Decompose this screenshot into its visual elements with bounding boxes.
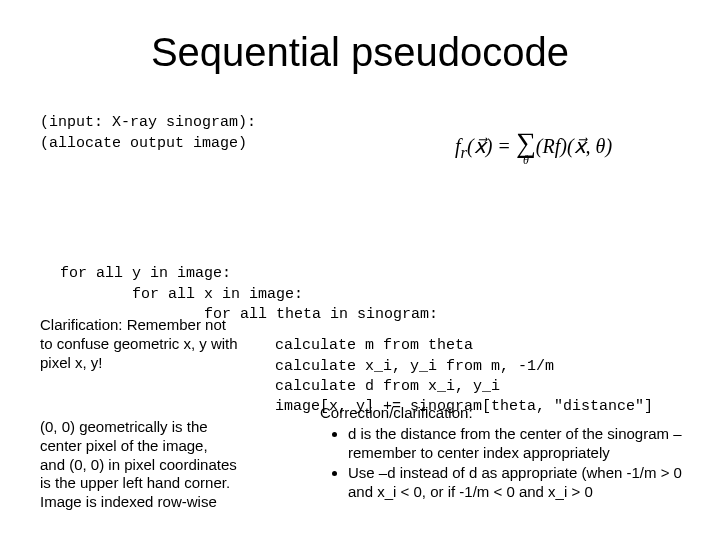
formula-rhs: (Rf)(x⃗, θ) [536, 135, 612, 157]
clar2-line5: Image is indexed row-wise [40, 493, 217, 510]
clar3-bullet-2: Use –d instead of d as appropriate (when… [348, 464, 690, 502]
loop-y: for all y in image: [60, 265, 231, 282]
calc-m: calculate m from theta [275, 337, 473, 354]
clar2-line1: (0, 0) geometrically is the [40, 418, 208, 435]
clar3-list: d is the distance from the center of the… [320, 425, 690, 502]
input-line-1: (input: X-ray sinogram): [40, 114, 256, 131]
clarification-geometric-vs-pixel: Clarification: Remember not to confuse g… [40, 316, 260, 372]
correction-clarification: Correction/clarification: d is the dista… [320, 404, 690, 504]
formula-lhs: fr [455, 135, 467, 157]
loop-x: for all x in image: [60, 286, 303, 303]
sum-icon: ∑θ [516, 130, 536, 166]
clar3-heading: Correction/clarification: [320, 404, 473, 421]
clar1-line2: to confuse geometric x, y with [40, 335, 238, 352]
calc-xi-yi: calculate x_i, y_i from m, -1/m [275, 358, 554, 375]
slide-title: Sequential pseudocode [40, 30, 680, 75]
clar1-line1: Clarification: Remember not [40, 316, 226, 333]
clarification-origin: (0, 0) geometrically is the center pixel… [40, 418, 260, 512]
clar1-line3: pixel x, y! [40, 354, 103, 371]
loop-body: calculate m from theta calculate x_i, y_… [275, 316, 653, 417]
slide: Sequential pseudocode (input: X-ray sino… [0, 0, 720, 540]
calc-d: calculate d from x_i, y_i [275, 378, 500, 395]
clar3-bullet-1: d is the distance from the center of the… [348, 425, 690, 463]
input-line-2: (allocate output image) [40, 135, 247, 152]
loop-block: for all y in image: for all x in image: … [60, 244, 438, 325]
clar2-line4: is the upper left hand corner. [40, 474, 230, 491]
clar2-line2: center pixel of the image, [40, 437, 208, 454]
formula: fr(x⃗) = ∑θ(Rf)(x⃗, θ) [455, 130, 685, 166]
formula-arg: (x⃗) = [467, 135, 516, 157]
clar2-line3: and (0, 0) in pixel coordinates [40, 456, 237, 473]
